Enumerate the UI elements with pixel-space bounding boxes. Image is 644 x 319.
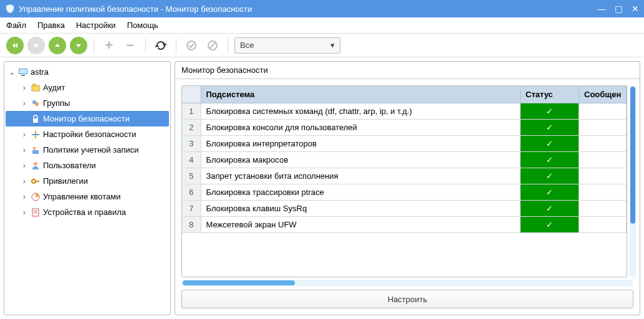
policy-icon (31, 145, 41, 155)
titlebar: Управление политикой безопасности - Мони… (0, 0, 644, 17)
cell-message (579, 201, 627, 217)
table-row[interactable]: 7Блокировка клавиш SysRq✓ (182, 201, 627, 217)
maximize-button[interactable]: ▢ (615, 4, 623, 13)
expand-toggle-icon[interactable]: › (21, 130, 28, 139)
computer-icon (18, 67, 28, 77)
tree-item-security-monitor[interactable]: Монитор безопасности (6, 111, 169, 126)
svg-point-13 (33, 146, 36, 150)
toolbar-separator (145, 38, 146, 53)
vertical-scrollbar[interactable] (630, 85, 636, 277)
quota-icon (31, 192, 41, 202)
menu-edit[interactable]: Правка (37, 21, 65, 30)
groups-icon (31, 98, 41, 108)
expand-toggle-icon[interactable]: › (21, 207, 28, 217)
sidebar-tree[interactable]: ⌄ astra › Аудит › Группы Монитор безопас… (4, 61, 171, 315)
cell-subsystem: Блокировка клавиш SysRq (201, 201, 521, 217)
cell-subsystem: Межсетевой экран UFW (201, 217, 521, 233)
svg-rect-4 (19, 69, 27, 74)
scrollbar-thumb[interactable] (630, 87, 635, 224)
expand-toggle-icon[interactable]: › (21, 192, 28, 201)
subsystems-table[interactable]: Подсистема Статус Сообщен 1Блокировка си… (181, 85, 627, 277)
menu-file[interactable]: Файл (6, 21, 26, 30)
nav-forward-button[interactable] (27, 37, 45, 54)
close-button[interactable]: ✕ (632, 4, 639, 13)
svg-rect-21 (34, 212, 37, 213)
cell-rownum: 1 (182, 103, 201, 120)
svg-rect-14 (32, 150, 39, 154)
configure-button[interactable]: Настроить (181, 290, 633, 308)
minimize-button[interactable]: — (597, 4, 606, 13)
svg-point-9 (35, 102, 39, 106)
cell-status: ✓ (521, 136, 579, 152)
audit-icon (31, 83, 41, 93)
cell-message (579, 120, 627, 136)
cell-rownum: 7 (182, 201, 201, 217)
nav-down-button[interactable] (70, 37, 87, 54)
tree-item-groups[interactable]: › Группы (6, 95, 169, 111)
svg-line-2 (209, 42, 216, 49)
toolbar-separator (176, 38, 176, 53)
nav-back-button[interactable] (6, 37, 24, 54)
col-status[interactable]: Статус (521, 86, 579, 103)
expand-toggle-icon[interactable]: › (21, 83, 28, 92)
menubar: Файл Правка Настройки Помощь (0, 17, 644, 34)
tree-root[interactable]: ⌄ astra (6, 64, 169, 80)
cell-status: ✓ (521, 201, 579, 217)
table-row[interactable]: 1Блокировка системных команд (df, chattr… (182, 103, 627, 120)
tree-item-devices-rules[interactable]: › Устройства и правила (6, 204, 169, 220)
main-panel: Монитор безопасности Подсистема Статус С… (175, 61, 640, 315)
nav-up-button[interactable] (49, 37, 66, 54)
horizontal-scrollbar[interactable] (181, 280, 633, 286)
cell-subsystem: Блокировка системных команд (df, chattr,… (201, 103, 521, 120)
add-button[interactable]: + (100, 37, 118, 54)
tree-item-label: Политики учетной записи (43, 145, 138, 155)
table-row[interactable]: 4Блокировка макросов✓ (182, 152, 627, 168)
expand-toggle-icon[interactable]: › (21, 161, 28, 170)
svg-rect-12 (32, 134, 39, 135)
col-message[interactable]: Сообщен (579, 86, 627, 103)
tree-item-users[interactable]: › Пользователи (6, 158, 169, 173)
tree-item-quota[interactable]: › Управление квотами (6, 189, 169, 204)
tree-item-privileges[interactable]: › Привилегии (6, 173, 169, 189)
cell-subsystem: Блокировка трассировки ptrace (201, 184, 521, 201)
window-title: Управление политикой безопасности - Мони… (19, 4, 597, 14)
cancel-button[interactable] (204, 37, 221, 54)
menu-settings[interactable]: Настройки (76, 21, 116, 30)
confirm-button[interactable] (183, 37, 200, 54)
col-subsystem[interactable]: Подсистема (201, 86, 521, 103)
expand-toggle-icon[interactable]: › (21, 176, 28, 186)
cell-message (579, 136, 627, 152)
toolbar: + − Все ▾ (0, 34, 644, 57)
cell-rownum: 4 (182, 152, 201, 168)
scrollbar-thumb[interactable] (183, 280, 295, 285)
user-icon (31, 161, 41, 171)
cell-rownum: 2 (182, 120, 201, 136)
table-row[interactable]: 6Блокировка трассировки ptrace✓ (182, 184, 627, 201)
tree-item-account-policies[interactable]: › Политики учетной записи (6, 142, 169, 158)
expand-toggle-icon[interactable]: ⌄ (8, 67, 16, 77)
cell-status: ✓ (521, 168, 579, 184)
table-row[interactable]: 5Запрет установки бита исполнения✓ (182, 168, 627, 184)
tree-item-label: Аудит (43, 83, 65, 92)
tree-item-label: Пользователи (43, 161, 96, 170)
table-row[interactable]: 3Блокировка интерпретаторов✓ (182, 136, 627, 152)
remove-button[interactable]: − (122, 37, 139, 54)
document-icon (31, 207, 41, 217)
tree-item-security-settings[interactable]: › Настройки безопасности (6, 126, 169, 142)
cell-status: ✓ (521, 103, 579, 120)
app-shield-icon (5, 4, 15, 14)
tree-item-label: Настройки безопасности (43, 130, 137, 139)
table-row[interactable]: 2Блокировка консоли для пользователей✓ (182, 120, 627, 136)
menu-help[interactable]: Помощь (127, 21, 158, 30)
cell-subsystem: Блокировка макросов (201, 152, 521, 168)
col-rownum[interactable] (182, 86, 201, 103)
cell-subsystem: Блокировка консоли для пользователей (201, 120, 521, 136)
cell-rownum: 6 (182, 184, 201, 201)
refresh-button[interactable] (152, 37, 170, 54)
table-row[interactable]: 8Межсетевой экран UFW✓ (182, 217, 627, 233)
expand-toggle-icon[interactable]: › (21, 98, 28, 108)
tree-item-audit[interactable]: › Аудит (6, 80, 169, 95)
expand-toggle-icon[interactable]: › (21, 145, 28, 155)
filter-select[interactable]: Все ▾ (234, 37, 340, 54)
panel-title: Монитор безопасности (175, 62, 640, 79)
